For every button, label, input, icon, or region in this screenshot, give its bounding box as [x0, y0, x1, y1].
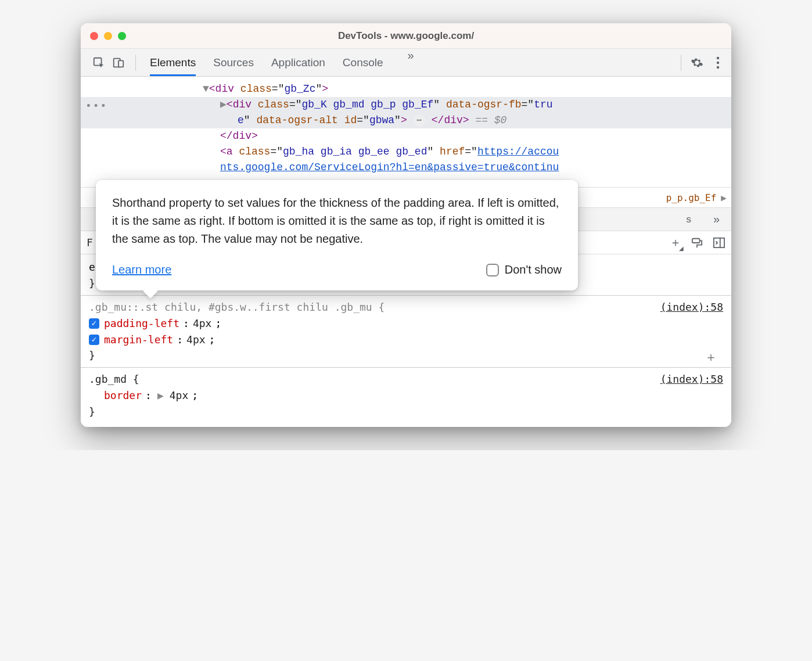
- dom-line-menu-icon[interactable]: •••: [85, 99, 107, 114]
- add-property-icon[interactable]: ＋: [705, 347, 717, 367]
- devtools-window: DevTools - www.google.com/ Elements Sour…: [81, 23, 731, 427]
- checkbox-icon[interactable]: [486, 264, 499, 276]
- main-toolbar: Elements Sources Application Console »: [81, 49, 731, 77]
- css-rule-selector[interactable]: .gb_md { (index):58: [89, 371, 723, 387]
- learn-more-link[interactable]: Learn more: [112, 261, 171, 279]
- dom-node-link-cont[interactable]: nts.google.com/ServiceLogin?hl=en&passiv…: [81, 160, 731, 175]
- titlebar: DevTools - www.google.com/: [81, 23, 731, 49]
- dom-node-close[interactable]: </div>: [81, 128, 731, 144]
- separator: [135, 55, 136, 71]
- add-rule-icon[interactable]: ＋◢: [670, 235, 681, 250]
- css-rule-close: }: [89, 349, 95, 361]
- dom-tree-panel[interactable]: ••• ▼<div class="gb_Zc"> ▶<div class="gb…: [81, 77, 731, 187]
- property-enabled-checkbox[interactable]: ✓: [89, 335, 99, 345]
- filter-fragment[interactable]: F: [87, 236, 93, 249]
- collapsed-ellipsis-icon[interactable]: ⋯: [414, 114, 425, 127]
- device-toggle-icon[interactable]: [110, 54, 127, 71]
- dom-node-selected[interactable]: ▶<div class="gb_K gb_md gb_p gb_Ef" data…: [81, 97, 731, 113]
- dom-node-link[interactable]: <a class="gb_ha gb_ia gb_ee gb_ed" href=…: [81, 144, 731, 160]
- inspect-element-icon[interactable]: [90, 54, 107, 71]
- css-tooltip-popover: Shorthand property to set values for the…: [96, 180, 578, 290]
- svg-rect-6: [692, 238, 700, 242]
- svg-rect-7: [714, 238, 724, 247]
- tooltip-text: Shorthand property to set values for the…: [112, 194, 562, 248]
- css-property-row[interactable]: border:▶ 4px;: [89, 387, 723, 404]
- more-subtabs-icon[interactable]: »: [706, 213, 727, 226]
- svg-rect-2: [118, 60, 123, 67]
- css-rule-close: }: [89, 404, 723, 420]
- tab-sources[interactable]: Sources: [213, 49, 254, 76]
- styles-separator: [81, 367, 731, 368]
- tab-application[interactable]: Application: [271, 49, 325, 76]
- property-enabled-checkbox[interactable]: ✓: [89, 318, 99, 329]
- separator: [681, 55, 681, 71]
- dont-show-checkbox[interactable]: Don't show: [486, 261, 562, 279]
- window-title: DevTools - www.google.com/: [81, 30, 731, 42]
- expand-shorthand-icon[interactable]: ▶: [157, 387, 164, 404]
- svg-point-3: [717, 56, 719, 59]
- subtab-fragment[interactable]: s: [680, 214, 697, 225]
- more-tabs-icon[interactable]: »: [401, 49, 421, 76]
- settings-icon[interactable]: [688, 54, 706, 71]
- toggle-sidebar-icon[interactable]: [713, 237, 725, 249]
- breadcrumb-scroll-right-icon[interactable]: ▶: [721, 192, 727, 203]
- source-link[interactable]: (index):58: [660, 299, 723, 315]
- dom-node-selected-cont[interactable]: e" data-ogsr-alt id="gbwa"> ⋯ </div> == …: [81, 113, 731, 128]
- css-property-row[interactable]: ✓ margin-left: 4px;: [89, 332, 723, 348]
- styles-separator: [81, 295, 731, 296]
- tab-console[interactable]: Console: [343, 49, 383, 76]
- kebab-menu-icon[interactable]: [709, 54, 727, 71]
- css-property-row[interactable]: ✓ padding-left: 4px;: [89, 315, 723, 332]
- breadcrumb-fragment[interactable]: p_p.gb_Ef: [666, 192, 717, 203]
- dom-node[interactable]: ▼<div class="gb_Zc">: [81, 81, 731, 97]
- svg-point-4: [717, 61, 719, 63]
- svg-point-5: [717, 66, 719, 68]
- tab-elements[interactable]: Elements: [150, 49, 196, 76]
- css-rule-selector[interactable]: .gb_mu::.st chilu, #gbs.w..first chilu .…: [89, 299, 723, 315]
- paint-icon[interactable]: [691, 237, 703, 249]
- source-link[interactable]: (index):58: [660, 371, 723, 387]
- main-tabs: Elements Sources Application Console »: [139, 49, 421, 76]
